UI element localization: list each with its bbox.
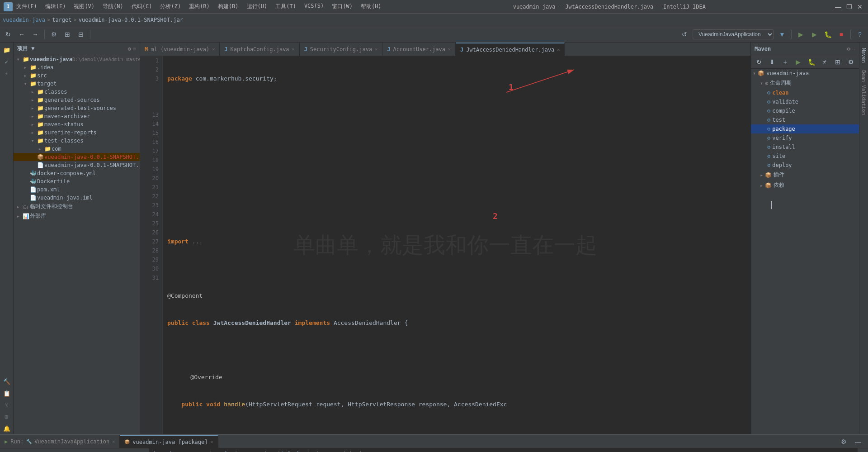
toolbar-forward-btn[interactable]: → (29, 28, 42, 41)
tree-item-target[interactable]: ▾ 📁 target (14, 80, 140, 88)
run-panel-toolbar[interactable]: ▶ ■ ↺ ≡ ⬇ ⋮ (0, 448, 149, 452)
bottom-pin-btn[interactable]: 📌 (857, 450, 868, 452)
maven-test[interactable]: ⚙ test (751, 115, 859, 124)
minimize-button[interactable]: — (834, 2, 843, 11)
project-icon[interactable]: 📁 (1, 44, 12, 55)
maven-lifecycle[interactable]: ▾ ⚙ 生命周期 (751, 78, 859, 88)
maven-sidebar-tab[interactable]: Maven (859, 44, 868, 67)
tree-item-test-classes[interactable]: ▾ 📁 test-classes (14, 137, 140, 145)
tree-item-src[interactable]: ▸ 📁 src (14, 71, 140, 80)
maven-download-btn[interactable]: ⬇ (766, 56, 778, 68)
maven-reload-btn[interactable]: ↻ (753, 56, 765, 68)
toolbar-collapse-btn[interactable]: ⊟ (75, 28, 87, 41)
maven-install[interactable]: ⚙ install (751, 143, 859, 152)
run-stop-btn[interactable]: ■ (15, 450, 28, 452)
tree-item-docker-compose[interactable]: 🐳 docker-compose.yml (14, 169, 140, 177)
run-tab[interactable]: ▶ Run: 🔧 VueadminJavaApplication ✕ (0, 435, 120, 448)
tree-item-classes[interactable]: ▸ 📁 classes (14, 88, 140, 96)
maven-minimize-icon[interactable]: — (852, 46, 855, 52)
run-resume-btn[interactable]: ▶ (2, 450, 14, 452)
tab-close-kaptcha[interactable]: ✕ (292, 47, 295, 52)
run-more-btn[interactable]: ⋮ (134, 450, 147, 452)
tree-item-external-libs[interactable]: ▸ 📊 外部库 (14, 211, 140, 221)
maven-site[interactable]: ⚙ site (751, 152, 859, 161)
toolbar-settings-btn[interactable]: ▼ (776, 28, 788, 41)
tab-jwt[interactable]: J JwtAccessDeniedHandler.java ✕ (456, 43, 565, 56)
tree-item-com[interactable]: ▸ 📁 com (14, 145, 140, 153)
maven-validate[interactable]: ⚙ validate (751, 97, 859, 106)
maven-plugins[interactable]: ▸ 📦 插件 (751, 170, 859, 180)
menu-run[interactable]: 运行(U) (243, 2, 271, 11)
tab-security[interactable]: J SecurityConfig.java ✕ (300, 43, 383, 56)
menu-help[interactable]: 帮助(H) (357, 2, 385, 11)
bean-validation-tab[interactable]: Bean Validation (859, 67, 868, 119)
maven-show-deps-btn[interactable]: ⚙ (845, 56, 857, 68)
menu-edit[interactable]: 编辑(E) (42, 2, 70, 11)
menu-build[interactable]: 构建(B) (214, 2, 242, 11)
toolbar-sync-btn[interactable]: ↻ (2, 28, 14, 41)
menu-code[interactable]: 代码(C) (128, 2, 156, 11)
commit-icon[interactable]: ✔ (1, 56, 12, 67)
toolbar-debug-btn[interactable]: 🐛 (821, 28, 834, 41)
maven-clean[interactable]: ⚙ clean (751, 88, 859, 97)
file-tree-collapse[interactable]: ≡ (133, 46, 136, 52)
tab-close-jwt[interactable]: ✕ (557, 47, 560, 52)
tab-kaptcha[interactable]: J KaptchaConfig.java ✕ (220, 43, 299, 56)
tree-item-gen-test[interactable]: ▸ 📁 generated-test-sources (14, 104, 140, 112)
toolbar-run-reload[interactable]: ↺ (678, 28, 691, 41)
tree-item-surefire[interactable]: ▸ 📁 surefire-reports (14, 128, 140, 137)
event-log-icon[interactable]: 📋 (1, 388, 12, 399)
window-controls[interactable]: — ❐ ✕ (834, 2, 864, 11)
maven-deploy[interactable]: ⚙ deploy (751, 161, 859, 170)
run-rerun-btn[interactable]: ↺ (29, 450, 42, 452)
maven-settings-icon[interactable]: ⚙ (847, 46, 850, 52)
maven-run-btn[interactable]: ▶ (792, 56, 804, 68)
notifications-icon[interactable]: 🔔 (1, 423, 12, 434)
tree-item-idea[interactable]: ▸ 📁 .idea (14, 63, 140, 71)
tab-close-ml[interactable]: ✕ (212, 47, 215, 52)
breadcrumb-jar[interactable]: vueadmin-java-0.0.1-SNAPSHOT.jar (79, 17, 183, 23)
tab-close-security[interactable]: ✕ (375, 47, 377, 52)
menu-tools[interactable]: 工具(T) (272, 2, 300, 11)
tree-item-iml[interactable]: 📄 vueadmin-java.iml (14, 194, 140, 202)
menu-refactor[interactable]: 重构(R) (185, 2, 213, 11)
tree-item-gen-sources[interactable]: ▸ 📁 generated-sources (14, 96, 140, 104)
menu-vcs[interactable]: VCS(S) (301, 2, 327, 11)
tree-item-maven-archiver[interactable]: ▸ 📁 maven-archiver (14, 112, 140, 120)
toolbar-build-btn[interactable]: ▶ (794, 28, 807, 41)
maven-project-root[interactable]: ▾ 📦 vueadmin-java (751, 69, 859, 78)
maven-panel-actions[interactable]: ⚙ — (847, 46, 855, 52)
structure-icon[interactable]: ⚡ (1, 68, 12, 79)
bottom-tab-actions[interactable]: ⚙ — (834, 435, 868, 448)
toolbar-help-btn[interactable]: ? (854, 28, 866, 41)
file-tree-sync[interactable]: ⚙ (128, 46, 131, 52)
maven-threads-btn[interactable]: ⊞ (832, 56, 844, 68)
package-tab-close[interactable]: ✕ (211, 439, 213, 444)
toolbar-run-btn[interactable]: ▶ (808, 28, 821, 41)
tree-item-root[interactable]: ▾ 📁 vueadmin-java D:\demo1\VueAdmin-mast… (14, 55, 140, 63)
toolbar-stop-btn[interactable]: ■ (835, 28, 848, 41)
maven-add-btn[interactable]: + (779, 56, 791, 68)
tab-close-account[interactable]: ✕ (448, 47, 451, 52)
maven-package[interactable]: ⚙ package (751, 124, 859, 133)
toolbar-expand-btn[interactable]: ⊞ (61, 28, 74, 41)
tab-account[interactable]: J AccountUser.java ✕ (382, 43, 456, 56)
run-scroll-btn[interactable]: ⬇ (56, 450, 69, 452)
menu-nav[interactable]: 导航(N) (99, 2, 127, 11)
run-configuration-select[interactable]: VueadminJavaApplication (693, 29, 774, 39)
tree-item-scratch[interactable]: ▸ 🗂 临时文件和控制台 (14, 202, 140, 211)
run-filter-btn[interactable]: ≡ (42, 450, 55, 452)
tree-item-jar[interactable]: 📦 vueadmin-java-0.0.1-SNAPSHOT.jar (14, 153, 140, 161)
menu-window[interactable]: 窗口(W) (328, 2, 356, 11)
tree-item-maven-status[interactable]: ▸ 📁 maven-status (14, 120, 140, 128)
terminal-icon[interactable]: ⊞ (1, 411, 12, 422)
toolbar-back-btn[interactable]: ← (15, 28, 28, 41)
maven-skip-tests-btn[interactable]: ≠ (819, 56, 831, 68)
maven-compile[interactable]: ⚙ compile (751, 106, 859, 115)
menu-bar[interactable]: 文件(F) 编辑(E) 视图(V) 导航(N) 代码(C) 分析(Z) 重构(R… (13, 2, 385, 11)
maximize-button[interactable]: ❐ (844, 2, 854, 11)
maven-verify[interactable]: ⚙ verify (751, 133, 859, 143)
tree-item-pom[interactable]: 📄 pom.xml (14, 186, 140, 194)
git-icon[interactable]: ⌥ (1, 400, 12, 410)
bottom-minimize-btn[interactable]: — (852, 435, 864, 448)
